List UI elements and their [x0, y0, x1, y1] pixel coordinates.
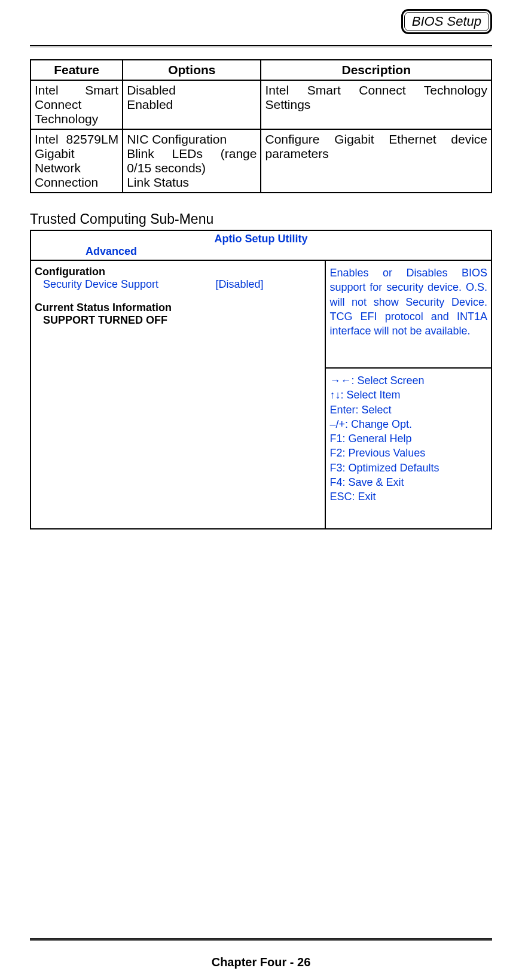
bios-title-bar: Aptio Setup Utility Advanced	[30, 230, 492, 260]
hint-select-item: ↑↓: Select Item	[329, 388, 487, 402]
text: Connect	[35, 98, 118, 112]
text: 0/15 seconds)	[127, 161, 257, 175]
page-footer: Chapter Four - 26	[0, 938, 522, 980]
text: Intel Smart Connect Technology	[265, 83, 487, 98]
table-header-row: Feature Options Description	[30, 60, 492, 80]
bios-help-text: Enables or Disables BIOS support for sec…	[326, 261, 491, 369]
text: Enabled	[127, 98, 257, 112]
bios-utility-title: Aptio Setup Utility	[32, 232, 490, 245]
status-line: SUPPORT TURNED OFF	[35, 314, 321, 327]
hint-f2: F2: Previous Values	[329, 446, 487, 460]
text: Technology	[35, 112, 118, 126]
table-row: Intel 82579LM Gigabit Network Connection…	[30, 129, 492, 193]
text: parameters	[265, 147, 487, 161]
cell-description: Intel Smart Connect Technology Settings	[261, 80, 492, 129]
text: Configure Gigabit Ethernet device	[265, 132, 487, 147]
text: Intel Smart	[35, 83, 118, 98]
cell-feature: Intel Smart Connect Technology	[30, 80, 123, 129]
header-badge-text: BIOS Setup	[404, 12, 489, 31]
col-header-options: Options	[123, 60, 261, 80]
header-rule	[30, 45, 492, 47]
cell-feature: Intel 82579LM Gigabit Network Connection	[30, 129, 123, 193]
bios-help-cell: Enables or Disables BIOS support for sec…	[325, 260, 492, 529]
table-row: Intel Smart Connect Technology Disabled …	[30, 80, 492, 129]
config-heading: Configuration	[35, 266, 321, 278]
footer-rule	[30, 938, 492, 941]
cell-options: NIC Configuration Blink LEDs (range 0/15…	[123, 129, 261, 193]
cell-description: Configure Gigabit Ethernet device parame…	[261, 129, 492, 193]
hint-f1: F1: General Help	[329, 431, 487, 446]
security-device-support-row[interactable]: Security Device Support [Disabled]	[35, 278, 321, 291]
text: Connection	[35, 175, 118, 190]
cell-options: Disabled Enabled	[123, 80, 261, 129]
text: Intel 82579LM	[35, 132, 118, 147]
hint-esc: ESC: Exit	[329, 489, 487, 504]
text: Disabled	[127, 83, 257, 98]
section-title: Trusted Computing Sub-Menu	[30, 211, 492, 227]
text: Settings	[265, 98, 487, 112]
feature-table: Feature Options Description Intel Smart …	[30, 59, 492, 193]
header-badge: BIOS Setup	[401, 9, 492, 34]
footer-text: Chapter Four - 26	[0, 955, 522, 980]
bios-tab-advanced[interactable]: Advanced	[32, 245, 490, 259]
page-header: BIOS Setup	[30, 9, 492, 34]
text: NIC Configuration	[127, 132, 257, 147]
security-device-support-label: Security Device Support	[43, 278, 216, 291]
col-header-feature: Feature	[30, 60, 123, 80]
hint-f3: F3: Optimized Defaults	[329, 461, 487, 475]
text: Blink LEDs (range	[127, 147, 257, 161]
hint-select-screen: →←: Select Screen	[329, 373, 487, 388]
hint-f4: F4: Save & Exit	[329, 475, 487, 489]
hint-enter: Enter: Select	[329, 403, 487, 417]
bios-key-hints: →←: Select Screen ↑↓: Select Item Enter:…	[326, 369, 491, 528]
text: Network	[35, 161, 118, 175]
security-device-support-value: [Disabled]	[216, 278, 322, 291]
bios-panel: Aptio Setup Utility Advanced Configurati…	[30, 230, 492, 529]
text: Gigabit	[35, 147, 118, 161]
bios-config-pane: Configuration Security Device Support [D…	[30, 260, 325, 529]
col-header-description: Description	[261, 60, 492, 80]
status-heading: Current Status Information	[35, 302, 321, 314]
hint-change-opt: –/+: Change Opt.	[329, 417, 487, 431]
text: Link Status	[127, 175, 257, 190]
